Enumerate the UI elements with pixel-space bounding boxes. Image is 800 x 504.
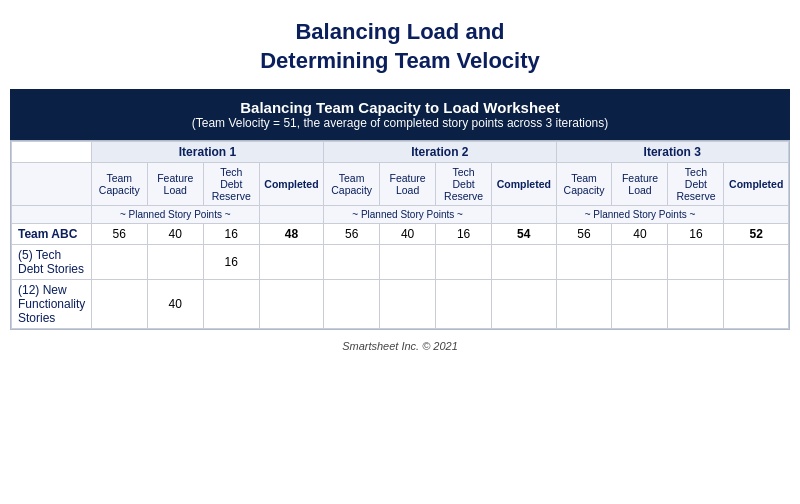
iter3-feature-load: Feature Load — [612, 163, 668, 206]
iteration1-header: Iteration 1 — [91, 142, 323, 163]
r1-i3-fl — [612, 245, 668, 280]
main-table: Iteration 1 Iteration 2 Iteration 3 Team… — [11, 141, 789, 329]
iter3-tech-debt: Tech Debt Reserve — [668, 163, 724, 206]
r2-i2-td — [436, 280, 492, 329]
iteration3-header: Iteration 3 — [556, 142, 789, 163]
worksheet-title: Balancing Team Capacity to Load Workshee… — [18, 99, 782, 116]
footer: Smartsheet Inc. © 2021 — [10, 340, 790, 352]
worksheet-subtitle: (Team Velocity = 51, the average of comp… — [18, 116, 782, 130]
sub-header-row: Team Capacity Feature Load Tech Debt Res… — [12, 163, 789, 206]
iter1-tech-debt: Tech Debt Reserve — [203, 163, 259, 206]
tech-debt-stories-row: (5) Tech Debt Stories 16 — [12, 245, 789, 280]
r0-i1-td: 16 — [203, 224, 259, 245]
r1-i2-tc — [324, 245, 380, 280]
r2-i3-fl — [612, 280, 668, 329]
new-functionality-row: (12) New Functionality Stories 40 — [12, 280, 789, 329]
r1-i2-fl — [380, 245, 436, 280]
r2-i2-fl — [380, 280, 436, 329]
r2-i1-tc — [91, 280, 147, 329]
r0-i1-fl: 40 — [147, 224, 203, 245]
team-abc-label: Team ABC — [12, 224, 92, 245]
r2-i1-td — [203, 280, 259, 329]
r2-i3-comp — [724, 280, 789, 329]
iteration-header-row: Iteration 1 Iteration 2 Iteration 3 — [12, 142, 789, 163]
r1-i1-tc — [91, 245, 147, 280]
r0-i3-comp: 52 — [724, 224, 789, 245]
team-abc-row: Team ABC 56 40 16 48 56 40 16 54 56 40 1… — [12, 224, 789, 245]
iter2-feature-load: Feature Load — [380, 163, 436, 206]
iter2-planned-spacer — [492, 206, 556, 224]
iter2-tech-debt: Tech Debt Reserve — [436, 163, 492, 206]
iter1-planned-spacer — [259, 206, 323, 224]
r1-i2-comp — [492, 245, 556, 280]
r2-i2-tc — [324, 280, 380, 329]
iter1-feature-load: Feature Load — [147, 163, 203, 206]
iter3-completed: Completed — [724, 163, 789, 206]
r0-i2-comp: 54 — [492, 224, 556, 245]
iter2-planned: ~ Planned Story Points ~ — [324, 206, 492, 224]
r0-i2-tc: 56 — [324, 224, 380, 245]
iter1-team-capacity: Team Capacity — [91, 163, 147, 206]
iter1-planned: ~ Planned Story Points ~ — [91, 206, 259, 224]
r2-i1-comp — [259, 280, 323, 329]
page: Balancing Load and Determining Team Velo… — [0, 0, 800, 362]
r1-i3-comp — [724, 245, 789, 280]
r0-i3-fl: 40 — [612, 224, 668, 245]
r1-i1-td: 16 — [203, 245, 259, 280]
r1-i1-comp — [259, 245, 323, 280]
planned-label-spacer — [12, 206, 92, 224]
iter1-completed: Completed — [259, 163, 323, 206]
tech-debt-label: (5) Tech Debt Stories — [12, 245, 92, 280]
iter3-planned-spacer — [724, 206, 789, 224]
r1-i2-td — [436, 245, 492, 280]
iter3-planned: ~ Planned Story Points ~ — [556, 206, 724, 224]
r2-i3-td — [668, 280, 724, 329]
table-body: Team ABC 56 40 16 48 56 40 16 54 56 40 1… — [12, 224, 789, 329]
iter2-team-capacity: Team Capacity — [324, 163, 380, 206]
title-line1: Balancing Load and — [10, 18, 790, 47]
main-title: Balancing Load and Determining Team Velo… — [10, 18, 790, 75]
title-line2: Determining Team Velocity — [10, 47, 790, 76]
r2-i3-tc — [556, 280, 612, 329]
table-container: Iteration 1 Iteration 2 Iteration 3 Team… — [10, 140, 790, 330]
r0-i1-comp: 48 — [259, 224, 323, 245]
new-functionality-label: (12) New Functionality Stories — [12, 280, 92, 329]
corner-cell — [12, 142, 92, 163]
row-label-spacer — [12, 163, 92, 206]
planned-row: ~ Planned Story Points ~ ~ Planned Story… — [12, 206, 789, 224]
r0-i2-td: 16 — [436, 224, 492, 245]
iter3-team-capacity: Team Capacity — [556, 163, 612, 206]
r0-i3-td: 16 — [668, 224, 724, 245]
r0-i1-tc: 56 — [91, 224, 147, 245]
r2-i1-fl: 40 — [147, 280, 203, 329]
r1-i3-td — [668, 245, 724, 280]
iter2-completed: Completed — [492, 163, 556, 206]
r1-i3-tc — [556, 245, 612, 280]
worksheet-header: Balancing Team Capacity to Load Workshee… — [10, 89, 790, 140]
r0-i2-fl: 40 — [380, 224, 436, 245]
iteration2-header: Iteration 2 — [324, 142, 556, 163]
r0-i3-tc: 56 — [556, 224, 612, 245]
r2-i2-comp — [492, 280, 556, 329]
r1-i1-fl — [147, 245, 203, 280]
